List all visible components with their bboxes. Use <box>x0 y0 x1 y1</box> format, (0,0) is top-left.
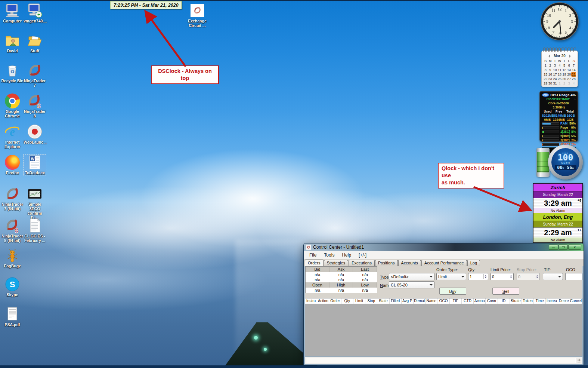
desktop-icon-vmgen740[interactable]: vmgen740.... <box>24 3 46 23</box>
cpu-meter-gadget[interactable]: intel CPU Usage 4% Clock:3301MHz ♪ Core … <box>539 91 578 142</box>
grid-column-avg-p[interactable]: Avg P <box>402 298 414 304</box>
calendar-day[interactable]: 31 <box>553 81 557 86</box>
desktop-icon-firefox[interactable]: Firefox <box>1 155 24 175</box>
calendar-day[interactable]: 23 <box>548 77 553 81</box>
calendar-day[interactable]: 13 <box>567 68 572 72</box>
calendar-day[interactable]: 26 <box>562 77 567 81</box>
calendar-day[interactable]: 6 <box>567 63 572 68</box>
grid-column-tif[interactable]: TIF <box>450 298 462 304</box>
battery-dial-gadget[interactable]: ▪▪▪ 100 %Batt 00h 56m <box>548 145 583 180</box>
grid-column-increa[interactable]: Increa <box>546 298 558 304</box>
calendar-day[interactable]: 8 <box>543 68 548 72</box>
desktop-icon-ninjatrader-7[interactable]: NinjaTrader 7 <box>24 63 46 88</box>
calendar-next-icon[interactable] <box>569 55 571 58</box>
desktop-icon-stuff[interactable]: Stuff <box>24 33 46 53</box>
desktop-icon-weblaunc[interactable]: WebLaunc... <box>24 124 46 144</box>
calendar-day[interactable]: 30 <box>548 81 553 86</box>
calendar-day[interactable]: 9 <box>548 68 553 72</box>
instrument-name-dropdown[interactable]: CL 05-20 <box>389 281 434 288</box>
maximize-button[interactable] <box>558 245 568 250</box>
calendar-day[interactable]: 29 <box>543 81 548 86</box>
calendar-day[interactable]: 19 <box>562 72 567 77</box>
calendar-day[interactable]: 12 <box>562 68 567 72</box>
sell-button[interactable]: Sell <box>492 288 519 295</box>
desktop-icon-fogbugz[interactable]: FogBugz <box>1 248 24 268</box>
calendar-day[interactable]: 7 <box>571 63 576 68</box>
grid-column-id[interactable]: ID <box>498 298 510 304</box>
calendar-selected-day[interactable]: 21 <box>571 72 576 77</box>
desktop-icon-psa-pdf[interactable]: PSA.pdf <box>1 307 24 327</box>
grid-column-time[interactable]: Time <box>534 298 546 304</box>
desktop-icon-exchange-circuit[interactable]: Exchange Circuit ... <box>186 3 208 28</box>
order-type-dropdown[interactable]: Limit <box>436 273 466 280</box>
calendar-day[interactable]: 14 <box>571 68 576 72</box>
calendar-day[interactable]: 18 <box>557 72 562 77</box>
calendar-day[interactable]: 16 <box>548 72 553 77</box>
desktop-icon-skype[interactable]: SSkype <box>1 277 24 297</box>
grid-column-name[interactable]: Name <box>425 298 437 304</box>
close-button[interactable]: X <box>568 245 581 250</box>
qty-stepper[interactable]: 1 <box>468 273 488 280</box>
tab-account-performance[interactable]: Account Performance <box>421 260 467 266</box>
calendar-day[interactable]: 3 <box>553 63 557 68</box>
tab-positions[interactable]: Positions <box>375 260 398 266</box>
grid-column-accou[interactable]: Accou <box>474 298 486 304</box>
qlock-city-london-eng[interactable]: London, EngSunday, March 222:29 am+7No A… <box>533 213 582 243</box>
atm-type-dropdown[interactable]: <Default> <box>389 273 434 280</box>
desktop-icon-computer[interactable]: Computer <box>1 3 24 23</box>
grid-column-gtd[interactable]: GTD <box>462 298 474 304</box>
limit-price-stepper[interactable]: 0 <box>490 273 514 280</box>
calendar-day[interactable]: 1 <box>557 81 562 86</box>
tab-accounts[interactable]: Accounts <box>398 260 421 266</box>
grid-column-stop[interactable]: Stop <box>365 298 377 304</box>
desktop-icon-ninjatrader-8-64-bit[interactable]: 8NinjaTrader 8 (64-bit) <box>1 218 24 243</box>
desktop-icon-internet-explorer[interactable]: eInternet Explorer <box>1 124 24 149</box>
menu-[interactable]: [+/-] <box>355 252 370 258</box>
calendar-day[interactable]: 10 <box>553 68 557 72</box>
desktop-icon-ninjatrader-8[interactable]: 8NinjaTrader 8 <box>24 93 46 118</box>
calendar-day[interactable]: 4 <box>557 63 562 68</box>
tif-dropdown[interactable] <box>543 273 563 280</box>
grid-column-state[interactable]: State <box>377 298 389 304</box>
desktop-icon-google-chrome[interactable]: Google Chrome <box>1 93 24 118</box>
calendar-day[interactable]: 25 <box>557 77 562 81</box>
grid-column-qty[interactable]: Qty <box>341 298 353 304</box>
resize-grip[interactable] <box>578 359 581 362</box>
menu-tools[interactable]: Tools <box>321 252 338 258</box>
tab-executions[interactable]: Executions <box>349 260 375 266</box>
desktop-icon-recycle-bin[interactable]: ♻Recycle Bin <box>1 63 24 83</box>
calendar-gadget[interactable]: Mar 20 SMTWTFS12345678910111213141516171… <box>541 47 578 87</box>
calendar-day[interactable]: 15 <box>543 72 548 77</box>
tab-orders[interactable]: Orders <box>305 260 324 266</box>
calendar-day[interactable]: 11 <box>557 68 562 72</box>
orders-grid-body[interactable] <box>305 304 582 356</box>
dsclock-widget[interactable]: 7:29:25 PM - Sat Mar 21, 2020 <box>110 1 182 9</box>
desktop-icon-cl-gc-es-february[interactable]: CL GC ES - February ... <box>24 218 46 243</box>
buy-button[interactable]: Buy <box>439 288 466 295</box>
tab-strategies[interactable]: Strategies <box>324 260 349 266</box>
calendar-day[interactable]: 1 <box>543 63 548 68</box>
calendar-day[interactable]: 28 <box>571 77 576 81</box>
calendar-day[interactable]: 20 <box>567 72 572 77</box>
calendar-day[interactable]: 3 <box>567 81 572 86</box>
stop-price-stepper[interactable]: 0 <box>517 273 540 280</box>
desktop-icon-todo-docx[interactable]: WToDo.docx <box>24 155 46 175</box>
battery-tube-gadget[interactable] <box>536 148 550 177</box>
menu-file[interactable]: File <box>306 252 320 258</box>
oco-input[interactable] <box>565 273 582 280</box>
grid-column-cancel[interactable]: Cancel <box>570 298 582 304</box>
desktop-icon-ninjatrader-7-64-bit[interactable]: NinjaTrader 7 (64-bit) <box>1 186 24 211</box>
grid-column-token[interactable]: Token <box>522 298 534 304</box>
calendar-day[interactable]: 24 <box>553 77 557 81</box>
title-bar[interactable]: Control Center - Untitled1 X <box>304 243 584 251</box>
grid-column-remai[interactable]: Remai <box>414 298 425 304</box>
grid-column-instru[interactable]: Instru <box>305 298 317 304</box>
minimize-button[interactable] <box>549 245 558 250</box>
calendar-day[interactable]: 27 <box>567 77 572 81</box>
qlock-gadget[interactable]: ZurichSunday, March 223:29 am+8No AlarmL… <box>533 183 583 247</box>
grid-column-limit[interactable]: Limit <box>353 298 365 304</box>
grid-column-action[interactable]: Action <box>317 298 329 304</box>
grid-column-filled[interactable]: Filled <box>390 298 402 304</box>
desktop-icon-simple-3eco-confirm-fe[interactable]: Simple 3ECO confirm Fe... <box>24 186 46 220</box>
analog-clock-gadget[interactable]: 123456789101112 <box>540 2 579 41</box>
